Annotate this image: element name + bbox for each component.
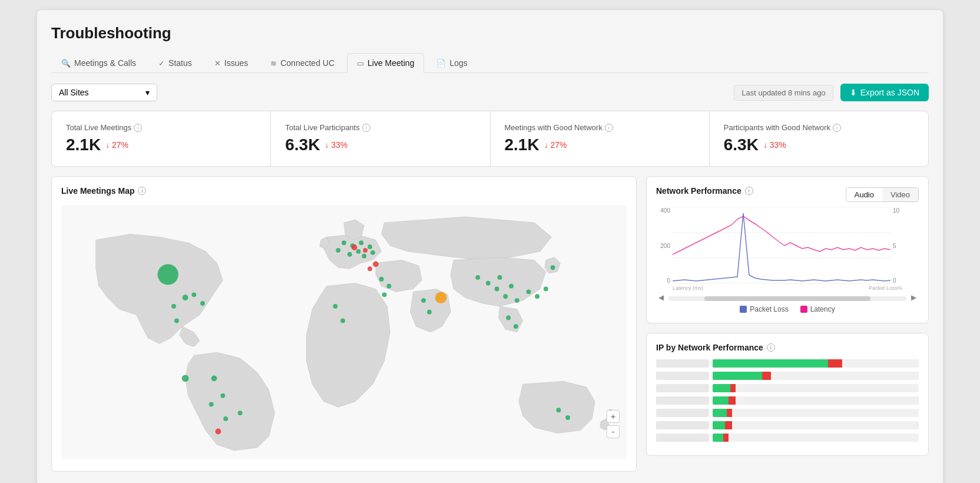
ip-bar-row [656, 396, 919, 405]
svg-point-8 [220, 393, 225, 398]
scroll-right-arrow[interactable]: ▶ [909, 293, 919, 302]
ip-bar-label [656, 396, 709, 405]
stat-total-live-meetings: Total Live Meetings i 2.1K ↓ 27% [52, 111, 270, 166]
svg-point-12 [216, 429, 221, 435]
bar-red [762, 372, 771, 380]
toolbar-right: Last updated 8 mins ago ⬇ Export as JSON [734, 84, 929, 101]
site-selector[interactable]: All Sites ▾ [51, 84, 157, 101]
svg-point-23 [352, 244, 357, 250]
svg-point-49 [565, 415, 570, 420]
ip-bar-row [656, 384, 919, 392]
svg-point-26 [368, 266, 372, 271]
ip-bar-row [656, 434, 919, 442]
info-icon-ip[interactable]: i [767, 343, 775, 352]
bar-red [723, 434, 729, 442]
ip-bar-row [656, 359, 919, 368]
svg-point-33 [421, 298, 426, 303]
svg-point-4 [191, 292, 196, 297]
svg-point-39 [515, 298, 519, 303]
scroll-left-arrow[interactable]: ◀ [656, 293, 666, 302]
svg-point-10 [223, 416, 228, 421]
svg-point-9 [238, 411, 243, 415]
svg-point-35 [475, 275, 480, 280]
bar-bg [736, 384, 919, 392]
bar-bg [732, 409, 919, 417]
legend-packet-loss: Packet Loss [740, 305, 788, 313]
network-chart-svg: Nov 02 12:00 [673, 207, 890, 284]
ip-bar-label [656, 434, 709, 442]
svg-point-13 [182, 375, 189, 382]
ip-bar-label [656, 359, 709, 368]
monitor-icon: ▭ [357, 59, 364, 68]
scrollbar-thumb[interactable] [704, 296, 871, 301]
network-performance-panel: Network Performance i Audio Video 400 20… [646, 176, 929, 323]
bar-red [729, 396, 736, 405]
chart-scrollbar[interactable]: ◀ ▶ [656, 293, 919, 302]
svg-point-32 [435, 292, 447, 303]
bar-green [713, 434, 723, 442]
svg-point-17 [356, 249, 361, 254]
bar-green [713, 409, 727, 417]
svg-point-28 [386, 284, 391, 289]
svg-point-36 [486, 281, 491, 286]
bar-bg [842, 359, 919, 368]
chart-x-labels: Latency (ms) Packet Loss% [656, 285, 919, 291]
chevron-down-icon: ▾ [145, 88, 150, 97]
svg-point-21 [362, 254, 366, 259]
tab-status[interactable]: ✓ Status [148, 53, 202, 73]
svg-point-11 [209, 402, 214, 407]
tabs-bar: 🔍 Meetings & Calls ✓ Status ✕ Issues ≋ C… [51, 53, 929, 73]
tab-meetings-calls[interactable]: 🔍 Meetings & Calls [51, 53, 146, 73]
ip-bar-track [713, 359, 919, 368]
svg-point-1 [158, 264, 178, 284]
ip-bar-label [656, 421, 709, 429]
info-icon-good-participants[interactable]: i [833, 124, 841, 132]
stats-row: Total Live Meetings i 2.1K ↓ 27% Total L… [51, 111, 929, 167]
svg-point-30 [333, 304, 337, 309]
ip-bar-label [656, 384, 709, 392]
packet-loss-color [740, 306, 747, 313]
bar-red [725, 421, 732, 429]
world-map[interactable]: + - [61, 203, 627, 462]
ip-bar-row [656, 409, 919, 417]
svg-point-2 [183, 295, 188, 300]
svg-point-31 [340, 318, 345, 323]
ip-bar-track [713, 434, 919, 442]
info-icon-participants[interactable]: i [362, 124, 370, 132]
svg-point-48 [556, 408, 561, 412]
bar-green [713, 396, 729, 405]
svg-point-40 [509, 284, 514, 289]
info-icon-map[interactable]: i [138, 187, 146, 195]
zoom-out-button[interactable]: - [607, 425, 620, 438]
video-toggle-button[interactable]: Video [882, 188, 918, 201]
tab-live-meeting[interactable]: ▭ Live Meeting [347, 53, 424, 73]
ip-bar-track [713, 384, 919, 392]
info-icon-network[interactable]: i [745, 187, 753, 195]
scrollbar-track[interactable] [668, 296, 906, 301]
tab-connected-uc[interactable]: ≋ Connected UC [260, 53, 345, 73]
svg-point-43 [535, 294, 539, 299]
svg-point-25 [373, 262, 379, 267]
bar-bg [771, 372, 919, 380]
bar-bg [736, 396, 919, 405]
svg-point-44 [544, 287, 548, 292]
tab-issues[interactable]: ✕ Issues [204, 53, 258, 73]
svg-point-7 [211, 375, 217, 381]
export-button[interactable]: ⬇ Export as JSON [840, 84, 929, 101]
audio-toggle-button[interactable]: Audio [846, 188, 882, 201]
y-axis-left: 400 200 0 [656, 207, 673, 284]
bar-red [730, 384, 736, 392]
zoom-in-button[interactable]: + [607, 410, 620, 423]
svg-point-45 [551, 265, 555, 270]
info-icon-good-meetings[interactable]: i [605, 124, 613, 132]
svg-point-22 [370, 250, 375, 255]
tab-logs[interactable]: 📄 Logs [426, 53, 477, 73]
svg-point-27 [379, 277, 384, 282]
info-icon-meetings[interactable]: i [134, 124, 142, 132]
svg-point-41 [498, 275, 502, 280]
search-icon: 🔍 [61, 59, 71, 68]
svg-point-6 [174, 318, 179, 323]
ip-bar-track [713, 409, 919, 417]
ip-bar-track [713, 396, 919, 405]
toolbar-row: All Sites ▾ Last updated 8 mins ago ⬇ Ex… [51, 84, 929, 101]
